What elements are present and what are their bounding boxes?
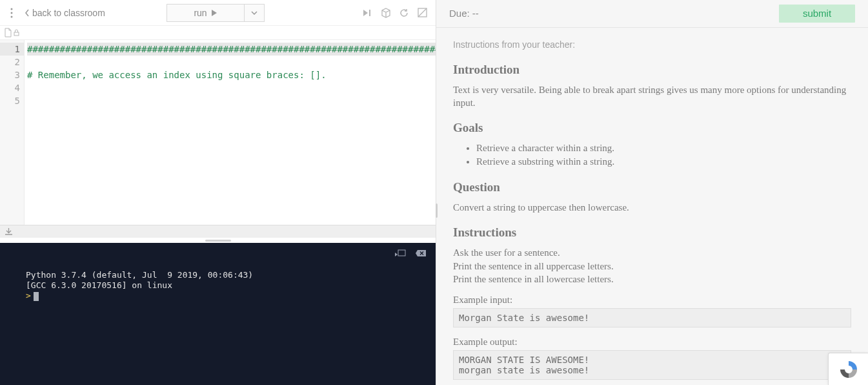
terminal[interactable]: Python 3.7.4 (default, Jul 9 2019, 00:06… (0, 243, 436, 385)
terminal-popout-icon[interactable] (394, 249, 406, 261)
svg-line-5 (418, 8, 427, 17)
code-line[interactable] (27, 81, 436, 94)
back-label: back to classroom (32, 8, 105, 18)
chevron-left-icon (25, 9, 30, 17)
submit-button[interactable]: submit (779, 5, 855, 23)
goal-item: Retrieve a character within a string. (476, 141, 851, 155)
example-input-box: Morgan State is awesome! (453, 308, 851, 328)
fullscreen-icon[interactable] (416, 7, 428, 19)
code-line[interactable] (27, 94, 436, 107)
run-label: run (194, 8, 207, 18)
run-button[interactable]: run (167, 4, 244, 22)
terminal-line: [GCC 6.3.0 20170516] on linux (26, 280, 428, 291)
terminal-line: Python 3.7.4 (default, Jul 9 2019, 00:06… (26, 270, 428, 280)
code-editor[interactable]: 12345 ##################################… (0, 40, 436, 225)
terminal-prompt: > (26, 291, 31, 300)
back-to-classroom-link[interactable]: back to classroom (19, 8, 110, 18)
file-tabs (0, 26, 436, 40)
section-instructions-heading: Instructions (453, 225, 851, 240)
svg-point-2 (11, 16, 13, 17)
play-icon (211, 9, 217, 17)
code-line[interactable]: ########################################… (27, 43, 436, 56)
vertical-splitter[interactable] (434, 200, 439, 221)
code-line[interactable]: # Remember, we access an index using squ… (27, 68, 436, 81)
more-menu-icon[interactable] (4, 8, 19, 18)
terminal-clear-icon[interactable] (415, 249, 427, 261)
section-intro-heading: Introduction (453, 63, 851, 77)
intro-text: Text is very versatile. Being able to br… (453, 83, 851, 110)
instruction-steps: Ask the user for a sentence.Print the se… (453, 246, 851, 286)
example-output-box: MORGAN STATE IS AWESOME! morgan state is… (453, 350, 851, 380)
example-input-label: Example input: (453, 295, 851, 306)
question-text: Convert a string to uppercase then lower… (453, 201, 851, 214)
terminal-cursor (34, 292, 39, 301)
svg-point-1 (11, 12, 13, 14)
file-tab-main[interactable] (4, 28, 19, 37)
download-icon[interactable] (4, 227, 13, 236)
due-label: Due: -- (449, 8, 479, 19)
step-over-icon[interactable] (362, 7, 374, 19)
editor-toolbar: back to classroom run (0, 0, 436, 26)
assignment-header: Due: -- submit (436, 0, 868, 28)
svg-rect-3 (369, 10, 370, 16)
section-goals-heading: Goals (453, 121, 851, 135)
svg-point-0 (11, 8, 13, 10)
panel-resize-handle[interactable] (0, 238, 436, 243)
goal-item: Retrieve a substring within a string. (476, 155, 851, 169)
example-output-label: Example output: (453, 337, 851, 348)
svg-rect-6 (14, 32, 19, 36)
section-question-heading: Question (453, 180, 851, 194)
run-dropdown-button[interactable] (244, 4, 265, 22)
instructions-panel: Instructions from your teacher: Introduc… (436, 28, 868, 385)
instructions-from-label: Instructions from your teacher: (453, 39, 851, 50)
editor-footer (0, 225, 436, 238)
file-icon (4, 28, 12, 37)
refresh-icon[interactable] (398, 7, 410, 19)
svg-rect-7 (398, 250, 405, 256)
code-line[interactable] (27, 56, 436, 68)
package-icon[interactable] (380, 7, 392, 19)
lock-icon (14, 29, 19, 36)
recaptcha-badge (828, 353, 868, 385)
code-area[interactable]: ########################################… (25, 40, 436, 225)
goals-list: Retrieve a character within a string.Ret… (453, 141, 851, 169)
line-gutter: 12345 (0, 40, 25, 225)
chevron-down-icon (251, 11, 257, 15)
